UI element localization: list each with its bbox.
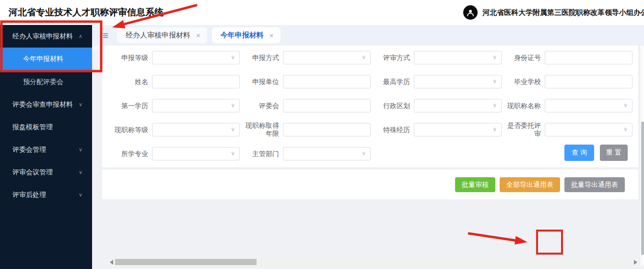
field-label: 身份证号 bbox=[504, 54, 541, 62]
annotation-box-review bbox=[537, 231, 562, 254]
field-label: 申报等级 bbox=[112, 54, 148, 62]
sidebar-item-template-management[interactable]: 报盘模板管理 bbox=[0, 116, 92, 138]
tab-this-year-materials[interactable]: 今年申报材料 bbox=[212, 27, 281, 43]
reset-button[interactable]: 重 置 bbox=[600, 145, 628, 161]
tab-label: 今年申报材料 bbox=[221, 31, 264, 40]
close-icon[interactable] bbox=[269, 31, 274, 39]
batch-review-button[interactable]: 批量审核 bbox=[455, 177, 495, 192]
studied-major-select[interactable]: ∨ bbox=[152, 147, 240, 160]
user-org-name: 河北省医科大学附属第三医院职称改革领导小组办公室 bbox=[482, 8, 644, 17]
chevron-down-icon: ∨ bbox=[492, 78, 497, 85]
current-title-level-select[interactable]: ∨ bbox=[152, 123, 240, 136]
field-label: 现职称名称 bbox=[504, 102, 541, 110]
chevron-down-icon: ∨ bbox=[79, 192, 82, 198]
tab-bar: ≡ 经办人审核申报材料 今年申报材料 bbox=[92, 25, 644, 46]
annotation-arrow-review bbox=[469, 233, 517, 241]
export-all-button[interactable]: 全部导出通用表 bbox=[500, 177, 560, 192]
sidebar-item-agent-review-materials[interactable]: 经办人审核申报材料 ∧ bbox=[0, 25, 92, 48]
toolbar-panel: 批量审核 全部导出通用表 批量导出通用表 bbox=[102, 170, 638, 199]
field-label: 所学专业 bbox=[112, 150, 148, 158]
chevron-up-icon: ∧ bbox=[79, 33, 82, 39]
sidebar-item-committee-review-materials[interactable]: 评委会审查申报材料 ∨ bbox=[0, 93, 92, 116]
tab-agent-review-materials[interactable]: 经办人审核申报材料 bbox=[117, 27, 207, 43]
sidebar-item-label: 评审后处理 bbox=[12, 191, 46, 199]
special-experience-select[interactable]: ∨ bbox=[414, 123, 502, 136]
sidebar-item-label: 评委会审查申报材料 bbox=[12, 100, 73, 109]
field-label: 姓名 bbox=[112, 78, 148, 86]
id-number-input[interactable] bbox=[545, 51, 632, 64]
chevron-down-icon: ∨ bbox=[231, 54, 235, 61]
first-education-select[interactable]: ∨ bbox=[152, 99, 240, 112]
graduate-school-input[interactable] bbox=[545, 75, 632, 88]
sidebar-item-committee-management[interactable]: 评委会管理 ∨ bbox=[0, 138, 92, 161]
collapse-menu-icon[interactable]: ≡ bbox=[101, 31, 110, 40]
toolbar-buttons: 批量审核 全部导出通用表 批量导出通用表 bbox=[455, 177, 625, 192]
field-label: 评审方式 bbox=[374, 54, 410, 62]
close-icon[interactable] bbox=[196, 31, 200, 39]
chevron-down-icon: ∨ bbox=[492, 102, 497, 109]
horizontal-scrollbar-thumb[interactable] bbox=[115, 259, 257, 265]
chevron-down-icon: ∨ bbox=[231, 150, 235, 157]
sidebar-item-meeting-management[interactable]: 评审会议管理 ∨ bbox=[0, 161, 92, 183]
current-title-name-select[interactable]: ∨ bbox=[545, 99, 632, 112]
chevron-down-icon: ∨ bbox=[362, 54, 366, 61]
field-label: 特殊经历 bbox=[374, 126, 410, 134]
app-title: 河北省专业技术人才职称评审信息系统 bbox=[9, 0, 164, 25]
field-label: 评委会 bbox=[243, 102, 279, 110]
scroll-right-arrow-icon[interactable] bbox=[634, 260, 637, 265]
vertical-scrollbar[interactable] bbox=[640, 46, 644, 266]
admin-region-select[interactable]: ∨ bbox=[414, 99, 502, 112]
chevron-down-icon: ∨ bbox=[492, 126, 497, 133]
title-obtained-years-input[interactable] bbox=[283, 123, 371, 136]
sidebar-item-label: 报盘模板管理 bbox=[12, 123, 53, 132]
sidebar-item-this-year-materials[interactable]: 今年申报材料 bbox=[0, 48, 92, 71]
chevron-down-icon: ∨ bbox=[623, 126, 628, 133]
review-method-select[interactable]: ∨ bbox=[414, 51, 502, 64]
highest-education-select[interactable]: ∨ bbox=[414, 75, 502, 88]
top-header: 河北省专业技术人才职称评审信息系统 河北省医科大学附属第三医院职称改革领导小组办… bbox=[0, 0, 644, 25]
field-label: 现职称取得年限 bbox=[243, 122, 279, 138]
name-input[interactable] bbox=[152, 75, 240, 88]
apply-method-select[interactable]: ∨ bbox=[283, 51, 371, 64]
sidebar-item-label: 今年申报材料 bbox=[23, 55, 63, 63]
sidebar-item-pre-assign-committee[interactable]: 预分配评委会 bbox=[0, 71, 92, 93]
sidebar-item-label: 评委会管理 bbox=[12, 146, 46, 154]
field-label: 毕业学校 bbox=[504, 78, 541, 86]
sidebar-item-label: 经办人审核申报材料 bbox=[12, 32, 73, 41]
entrusted-review-select[interactable]: ∨ bbox=[545, 123, 632, 136]
chevron-down-icon: ∨ bbox=[79, 101, 82, 108]
sidebar-item-label: 预分配评委会 bbox=[23, 78, 63, 86]
supervisor-department-select[interactable]: ∨ bbox=[283, 147, 371, 160]
vertical-scrollbar-thumb[interactable] bbox=[641, 122, 644, 255]
filter-panel: 申报等级∨ 申报方式∨ 评审方式∨ 身份证号 姓名 申报单位 最高学历∨ 毕业学… bbox=[102, 45, 638, 167]
user-area[interactable]: 河北省医科大学附属第三医院职称改革领导小组办公室 bbox=[463, 0, 644, 25]
field-label: 第一学历 bbox=[112, 102, 148, 110]
field-label: 行政区划 bbox=[374, 102, 410, 110]
sidebar-item-post-review-processing[interactable]: 评审后处理 ∨ bbox=[0, 183, 92, 206]
chevron-down-icon: ∨ bbox=[362, 150, 366, 157]
field-label: 申报单位 bbox=[243, 78, 279, 86]
field-label: 现职称等级 bbox=[112, 126, 148, 134]
field-label: 申报方式 bbox=[243, 54, 279, 62]
apply-unit-input[interactable] bbox=[283, 75, 371, 88]
field-label: 主管部门 bbox=[243, 150, 279, 158]
chevron-down-icon: ∨ bbox=[231, 126, 235, 133]
scroll-left-arrow-icon[interactable] bbox=[110, 260, 113, 265]
chevron-down-icon: ∨ bbox=[492, 54, 497, 61]
apply-level-select[interactable]: ∨ bbox=[152, 51, 240, 64]
chevron-down-icon: ∨ bbox=[231, 102, 235, 109]
committee-input[interactable] bbox=[283, 99, 371, 112]
search-button[interactable]: 查 询 bbox=[564, 145, 594, 161]
sidebar-item-label: 评审会议管理 bbox=[12, 168, 53, 177]
tab-label: 经办人审核申报材料 bbox=[126, 31, 190, 40]
user-avatar-icon bbox=[463, 5, 478, 20]
filter-grid: 申报等级∨ 申报方式∨ 评审方式∨ 身份证号 姓名 申报单位 最高学历∨ 毕业学… bbox=[102, 45, 638, 166]
horizontal-scrollbar[interactable] bbox=[109, 258, 638, 266]
field-label: 最高学历 bbox=[374, 78, 410, 86]
chevron-down-icon: ∨ bbox=[79, 147, 82, 153]
batch-export-button[interactable]: 批量导出通用表 bbox=[564, 177, 625, 192]
filter-buttons: 查 询 重 置 bbox=[564, 145, 628, 161]
chevron-down-icon: ∨ bbox=[623, 102, 628, 109]
chevron-down-icon: ∨ bbox=[79, 169, 82, 175]
field-label: 是否委托评审 bbox=[504, 122, 541, 138]
